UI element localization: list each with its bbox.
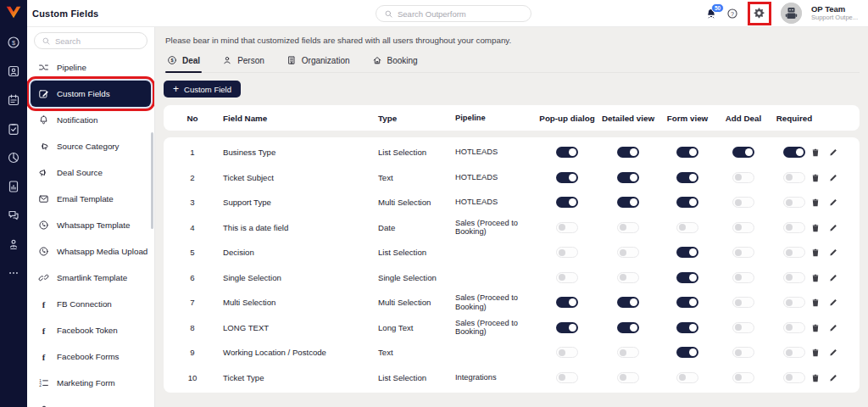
edit-button[interactable] xyxy=(828,172,838,183)
toggle-add-deal[interactable] xyxy=(732,222,754,233)
sidebar-item-deal-source[interactable]: Deal Source xyxy=(31,159,151,186)
toggle-add-deal[interactable] xyxy=(732,372,754,383)
toggle-popup-dialog[interactable] xyxy=(556,222,578,233)
toggle-popup-dialog[interactable] xyxy=(556,172,578,183)
toggle-add-deal[interactable] xyxy=(732,272,754,283)
toggle-detailed-view[interactable] xyxy=(617,272,639,283)
sidebar-search[interactable] xyxy=(34,32,147,49)
notification-bell-button[interactable]: 50 xyxy=(705,8,717,20)
add-custom-field-button[interactable]: + Custom Field xyxy=(164,81,241,98)
rail-item-contacts[interactable] xyxy=(7,62,20,81)
sidebar-item-whatsapp-template[interactable]: Whatsapp Template xyxy=(31,212,151,238)
toggle-form-view[interactable] xyxy=(676,272,698,283)
rail-item-agent[interactable] xyxy=(7,235,20,254)
edit-button[interactable] xyxy=(828,372,838,383)
delete-button[interactable] xyxy=(810,197,821,208)
delete-button[interactable] xyxy=(810,147,821,158)
delete-button[interactable] xyxy=(810,297,821,308)
toggle-add-deal[interactable] xyxy=(732,197,754,208)
sidebar-item-facebook-token[interactable]: fFacebook Token xyxy=(31,317,151,343)
sidebar-item-source-category[interactable]: Source Category xyxy=(31,133,151,159)
toggle-required[interactable] xyxy=(783,222,805,233)
delete-button[interactable] xyxy=(810,347,821,358)
toggle-required[interactable] xyxy=(783,197,805,208)
sidebar-item-whatsapp-media-upload[interactable]: Whatsapp Media Upload xyxy=(31,238,151,265)
toggle-popup-dialog[interactable] xyxy=(556,272,578,283)
gear-icon[interactable] xyxy=(752,6,767,21)
toggle-popup-dialog[interactable] xyxy=(556,372,578,383)
toggle-detailed-view[interactable] xyxy=(617,222,639,233)
toggle-popup-dialog[interactable] xyxy=(556,297,578,308)
rail-item-documents[interactable] xyxy=(7,177,20,196)
sidebar-item-teams[interactable]: Teams xyxy=(31,396,151,407)
tab-booking[interactable]: Booking xyxy=(370,53,420,72)
sidebar-item-custom-fields[interactable]: Custom Fields xyxy=(31,81,151,107)
toggle-form-view[interactable] xyxy=(676,297,698,308)
sidebar-item-fb-connection[interactable]: fFB Connection xyxy=(31,291,151,317)
toggle-form-view[interactable] xyxy=(676,172,698,183)
toggle-add-deal[interactable] xyxy=(732,322,754,333)
toggle-popup-dialog[interactable] xyxy=(556,197,578,208)
toggle-add-deal[interactable] xyxy=(732,297,754,308)
toggle-popup-dialog[interactable] xyxy=(556,322,578,333)
toggle-detailed-view[interactable] xyxy=(617,147,639,158)
toggle-form-view[interactable] xyxy=(676,322,698,333)
toggle-form-view[interactable] xyxy=(676,372,698,383)
sidebar-item-notification[interactable]: Notification xyxy=(31,107,151,133)
edit-button[interactable] xyxy=(828,222,838,233)
rail-item-tasks[interactable] xyxy=(7,120,20,138)
outperform-logo-icon[interactable] xyxy=(5,5,22,20)
tab-deal[interactable]: $Deal xyxy=(165,53,202,72)
delete-button[interactable] xyxy=(810,372,821,383)
edit-button[interactable] xyxy=(828,247,838,258)
delete-button[interactable] xyxy=(810,222,821,233)
toggle-form-view[interactable] xyxy=(676,222,698,233)
toggle-form-view[interactable] xyxy=(676,247,698,258)
tab-organization[interactable]: Organization xyxy=(285,53,352,72)
edit-button[interactable] xyxy=(828,272,838,283)
sidebar-item-pipeline[interactable]: Pipeline xyxy=(31,54,151,81)
toggle-form-view[interactable] xyxy=(676,347,698,358)
delete-button[interactable] xyxy=(810,272,821,283)
toggle-required[interactable] xyxy=(783,147,805,158)
toggle-detailed-view[interactable] xyxy=(617,297,639,308)
toggle-detailed-view[interactable] xyxy=(617,372,639,383)
user-menu[interactable]: OP Team Support Outpe... xyxy=(811,5,861,22)
avatar[interactable] xyxy=(781,3,802,24)
toggle-form-view[interactable] xyxy=(676,147,698,158)
toggle-detailed-view[interactable] xyxy=(617,172,639,183)
global-search-input[interactable] xyxy=(398,9,523,19)
toggle-detailed-view[interactable] xyxy=(617,197,639,208)
sidebar-search-input[interactable] xyxy=(55,36,140,46)
toggle-detailed-view[interactable] xyxy=(617,247,639,258)
edit-button[interactable] xyxy=(828,347,838,358)
edit-button[interactable] xyxy=(828,197,838,208)
edit-button[interactable] xyxy=(828,322,838,333)
toggle-form-view[interactable] xyxy=(676,197,698,208)
rail-item-more[interactable] xyxy=(7,264,20,282)
toggle-popup-dialog[interactable] xyxy=(556,147,578,158)
toggle-add-deal[interactable] xyxy=(732,347,754,358)
toggle-popup-dialog[interactable] xyxy=(556,247,578,258)
toggle-required[interactable] xyxy=(783,322,805,333)
toggle-required[interactable] xyxy=(783,297,805,308)
sidebar-item-email-template[interactable]: Email Template xyxy=(31,186,151,212)
rail-item-reports[interactable] xyxy=(7,148,20,167)
rail-item-chats[interactable] xyxy=(7,206,20,225)
toggle-detailed-view[interactable] xyxy=(617,347,639,358)
delete-button[interactable] xyxy=(810,172,821,183)
toggle-required[interactable] xyxy=(783,272,805,283)
global-search[interactable] xyxy=(376,5,531,22)
toggle-popup-dialog[interactable] xyxy=(556,347,578,358)
delete-button[interactable] xyxy=(810,322,821,333)
delete-button[interactable] xyxy=(810,247,821,258)
edit-button[interactable] xyxy=(828,297,838,308)
rail-item-calendar[interactable] xyxy=(7,91,20,109)
toggle-required[interactable] xyxy=(783,172,805,183)
toggle-detailed-view[interactable] xyxy=(617,322,639,333)
edit-button[interactable] xyxy=(828,147,838,158)
sidebar-item-smartlink-template[interactable]: Smartlink Template xyxy=(31,265,151,291)
sidebar-item-marketing-form[interactable]: 12Marketing Form xyxy=(31,370,151,396)
toggle-add-deal[interactable] xyxy=(732,172,754,183)
toggle-required[interactable] xyxy=(783,347,805,358)
